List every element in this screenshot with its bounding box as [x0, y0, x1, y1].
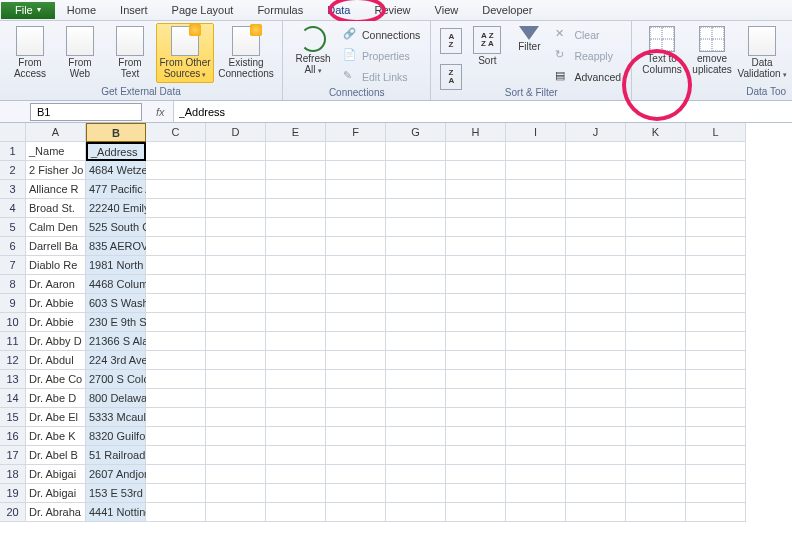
- cell-F7[interactable]: [326, 256, 386, 275]
- cell-H1[interactable]: [446, 142, 506, 161]
- cell-J9[interactable]: [566, 294, 626, 313]
- cell-H3[interactable]: [446, 180, 506, 199]
- cell-E15[interactable]: [266, 408, 326, 427]
- row-header-20[interactable]: 20: [0, 503, 26, 522]
- cell-B16[interactable]: 8320 Guilford Rd, Columbia, MD, 21046: [86, 427, 146, 446]
- cell-K7[interactable]: [626, 256, 686, 275]
- cell-C6[interactable]: [146, 237, 206, 256]
- cell-D1[interactable]: [206, 142, 266, 161]
- cell-G3[interactable]: [386, 180, 446, 199]
- cell-A13[interactable]: Dr. Abe Co: [26, 370, 86, 389]
- cell-G19[interactable]: [386, 484, 446, 503]
- cell-G17[interactable]: [386, 446, 446, 465]
- cell-D2[interactable]: [206, 161, 266, 180]
- cell-B17[interactable]: 51 Railroad Ave, Norwood, NJ, 7648: [86, 446, 146, 465]
- cell-L3[interactable]: [686, 180, 746, 199]
- edit-links-button[interactable]: ✎Edit Links: [339, 67, 424, 87]
- cell-B8[interactable]: 4468 Columbia Rd, Augusta, GA, 30907: [86, 275, 146, 294]
- menu-tab-developer[interactable]: Developer: [470, 1, 544, 19]
- sort-za-button[interactable]: ZA: [437, 61, 465, 93]
- cell-G16[interactable]: [386, 427, 446, 446]
- cell-J18[interactable]: [566, 465, 626, 484]
- row-header-6[interactable]: 6: [0, 237, 26, 256]
- cell-I1[interactable]: [506, 142, 566, 161]
- cell-E11[interactable]: [266, 332, 326, 351]
- row-header-10[interactable]: 10: [0, 313, 26, 332]
- cell-G5[interactable]: [386, 218, 446, 237]
- cell-L6[interactable]: [686, 237, 746, 256]
- cell-D7[interactable]: [206, 256, 266, 275]
- cell-I17[interactable]: [506, 446, 566, 465]
- cell-D4[interactable]: [206, 199, 266, 218]
- row-header-3[interactable]: 3: [0, 180, 26, 199]
- cell-D10[interactable]: [206, 313, 266, 332]
- cell-F3[interactable]: [326, 180, 386, 199]
- cell-J6[interactable]: [566, 237, 626, 256]
- cell-B14[interactable]: 800 Delaware Ave, Wilmington, DE, 19801: [86, 389, 146, 408]
- cell-B15[interactable]: 5333 Mcauley Dr, Ypsilanti, MI, 48197: [86, 408, 146, 427]
- existing-connections-button[interactable]: Existing Connections: [216, 23, 276, 82]
- cell-G13[interactable]: [386, 370, 446, 389]
- cell-K4[interactable]: [626, 199, 686, 218]
- cell-J3[interactable]: [566, 180, 626, 199]
- row-header-17[interactable]: 17: [0, 446, 26, 465]
- menu-tab-formulas[interactable]: Formulas: [245, 1, 315, 19]
- column-header-E[interactable]: E: [266, 123, 326, 142]
- cell-C9[interactable]: [146, 294, 206, 313]
- cell-E13[interactable]: [266, 370, 326, 389]
- cell-J17[interactable]: [566, 446, 626, 465]
- column-header-K[interactable]: K: [626, 123, 686, 142]
- cell-F18[interactable]: [326, 465, 386, 484]
- cell-H11[interactable]: [446, 332, 506, 351]
- sort-az-button[interactable]: AZ: [437, 25, 465, 57]
- cell-D17[interactable]: [206, 446, 266, 465]
- cell-B9[interactable]: 603 S Washington Ave, Lansing, MI, 48933: [86, 294, 146, 313]
- menu-tab-data[interactable]: Data: [315, 1, 362, 19]
- cell-L13[interactable]: [686, 370, 746, 389]
- cell-D20[interactable]: [206, 503, 266, 522]
- cell-J14[interactable]: [566, 389, 626, 408]
- cell-F16[interactable]: [326, 427, 386, 446]
- cell-B13[interactable]: 2700 S Colorado Blvd, Denver, CO, 80222: [86, 370, 146, 389]
- from-other-sources-button[interactable]: From Other Sources▾: [156, 23, 214, 83]
- cell-L19[interactable]: [686, 484, 746, 503]
- cell-E3[interactable]: [266, 180, 326, 199]
- cell-D16[interactable]: [206, 427, 266, 446]
- column-header-I[interactable]: I: [506, 123, 566, 142]
- cell-J15[interactable]: [566, 408, 626, 427]
- cell-H2[interactable]: [446, 161, 506, 180]
- row-header-4[interactable]: 4: [0, 199, 26, 218]
- cell-E10[interactable]: [266, 313, 326, 332]
- cell-C1[interactable]: [146, 142, 206, 161]
- select-all-corner[interactable]: [0, 123, 26, 142]
- cell-B2[interactable]: 4684 Wetzel Road, Liverpool, NY 13090, U…: [86, 161, 146, 180]
- cell-F4[interactable]: [326, 199, 386, 218]
- cell-I20[interactable]: [506, 503, 566, 522]
- cell-J8[interactable]: [566, 275, 626, 294]
- cell-E8[interactable]: [266, 275, 326, 294]
- cell-D8[interactable]: [206, 275, 266, 294]
- cell-K15[interactable]: [626, 408, 686, 427]
- cell-J20[interactable]: [566, 503, 626, 522]
- refresh-all-button[interactable]: Refresh All▾: [289, 23, 337, 79]
- cell-C5[interactable]: [146, 218, 206, 237]
- cell-A19[interactable]: Dr. Abigai: [26, 484, 86, 503]
- column-header-J[interactable]: J: [566, 123, 626, 142]
- cell-A15[interactable]: Dr. Abe El: [26, 408, 86, 427]
- cell-B10[interactable]: 230 E 9th St, Indianapolis, IN, 46204: [86, 313, 146, 332]
- cell-F14[interactable]: [326, 389, 386, 408]
- cell-K18[interactable]: [626, 465, 686, 484]
- cell-C16[interactable]: [146, 427, 206, 446]
- cell-D13[interactable]: [206, 370, 266, 389]
- cell-J11[interactable]: [566, 332, 626, 351]
- cell-I14[interactable]: [506, 389, 566, 408]
- row-header-12[interactable]: 12: [0, 351, 26, 370]
- row-header-11[interactable]: 11: [0, 332, 26, 351]
- cell-L18[interactable]: [686, 465, 746, 484]
- cell-A18[interactable]: Dr. Abigai: [26, 465, 86, 484]
- cell-F2[interactable]: [326, 161, 386, 180]
- row-header-14[interactable]: 14: [0, 389, 26, 408]
- cell-C17[interactable]: [146, 446, 206, 465]
- filter-button[interactable]: Filter: [509, 23, 549, 55]
- cell-L8[interactable]: [686, 275, 746, 294]
